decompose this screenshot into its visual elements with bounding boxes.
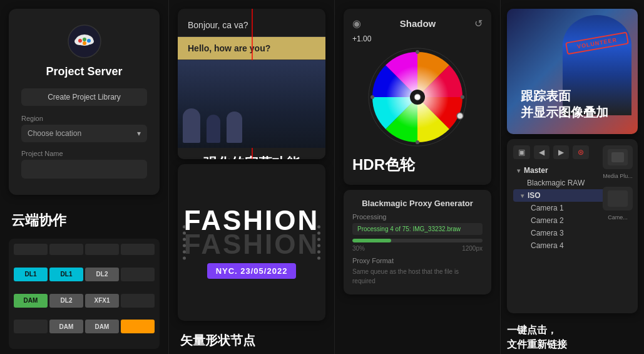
volunteer-line2: 并显示图像叠加 bbox=[521, 105, 608, 119]
proxy-res: 1200px bbox=[462, 245, 483, 252]
volunteer-panel: VOLUNTEER 跟踪表面 并显示图像叠加 bbox=[507, 9, 638, 134]
track-xfx1: XFX1 bbox=[85, 294, 119, 308]
track-dam-green: DAM bbox=[14, 294, 48, 308]
column-1: Project Server Create Project Library Re… bbox=[0, 0, 169, 354]
prev-button[interactable]: ◀ bbox=[534, 145, 549, 159]
media-plugin-label: Media Plu... bbox=[603, 173, 633, 179]
svg-point-7 bbox=[83, 41, 86, 45]
hdr-panel: ◉ Shadow ↺ +1.00 bbox=[344, 9, 491, 185]
shadow-title: Shadow bbox=[361, 18, 474, 29]
svg-point-6 bbox=[87, 39, 91, 43]
track-dl1-cyan2: DL1 bbox=[49, 268, 83, 281]
svg-point-14 bbox=[461, 95, 464, 99]
iso-label: ISO bbox=[528, 191, 541, 200]
fashion-date-tag: NYC. 23/05/2022 bbox=[207, 263, 297, 279]
camera2-label: Camera 2 bbox=[531, 216, 564, 225]
tree-item-camera3[interactable]: Camera 3 bbox=[513, 227, 631, 239]
track-dam-b: DAM bbox=[49, 320, 83, 333]
target-button[interactable]: ⊛ bbox=[573, 145, 589, 159]
region-dropdown[interactable]: Choose location ▾ bbox=[21, 125, 147, 142]
subtitle-panel: Bonjour, ca va? Hello, how are you? 强化的字… bbox=[178, 9, 325, 159]
vector-dots-right bbox=[317, 226, 320, 260]
track-orange bbox=[121, 320, 155, 333]
proxy-pct: 30% bbox=[352, 245, 365, 252]
vector-shape-label: 矢量形状节点 bbox=[169, 326, 334, 354]
davinci-logo-icon bbox=[67, 24, 102, 59]
blackmagic-raw-label: Blackmagic RAW bbox=[527, 179, 585, 187]
track-dam-c: DAM bbox=[85, 320, 119, 333]
master-label: Master bbox=[524, 166, 548, 175]
track-cell bbox=[14, 320, 48, 333]
proxy-format-value: Same queue as the host that the file is … bbox=[352, 267, 483, 286]
color-wheel-svg bbox=[367, 47, 468, 147]
subtitle-video-preview bbox=[178, 60, 325, 148]
hdr-color-label: HDR色轮 bbox=[352, 151, 415, 176]
camera3-label: Camera 3 bbox=[531, 229, 564, 237]
chevron-down-icon: ▾ bbox=[137, 129, 141, 138]
column-3: ◉ Shadow ↺ +1.00 bbox=[335, 0, 501, 354]
column-4: VOLUNTEER 跟踪表面 并显示图像叠加 ▣ ◀ ▶ ⊛ ISO ▾ Mas… bbox=[501, 0, 644, 354]
proxy-progress-bar bbox=[352, 239, 483, 242]
proxy-format-label: Proxy Format bbox=[352, 257, 483, 264]
proxy-generator-panel: Blackmagic Proxy Generator Processing Pr… bbox=[344, 190, 491, 294]
hdr-header: ◉ Shadow ↺ bbox=[352, 18, 483, 29]
media-iso-panel: ▣ ◀ ▶ ⊛ ISO ▾ Master Blackmagic RAW ▾ IS… bbox=[507, 139, 638, 313]
track-cell bbox=[121, 294, 155, 308]
track-cell bbox=[121, 268, 155, 281]
track-dl2-b: DL2 bbox=[49, 294, 83, 308]
track-cell bbox=[14, 244, 48, 255]
relink-line2: 文件重新链接 bbox=[507, 339, 567, 350]
volunteer-line1: 跟踪表面 bbox=[521, 89, 571, 103]
svg-point-15 bbox=[416, 140, 419, 144]
next-button[interactable]: ▶ bbox=[553, 145, 569, 159]
svg-point-5 bbox=[83, 38, 86, 41]
hdr-eye-icon: ◉ bbox=[352, 18, 361, 29]
svg-point-16 bbox=[371, 95, 374, 99]
expand-icon: ▾ bbox=[517, 167, 520, 174]
fashion-ghost-text: FASHION bbox=[184, 231, 320, 258]
svg-point-17 bbox=[414, 94, 421, 100]
track-cell bbox=[121, 244, 155, 255]
track-cell bbox=[85, 244, 119, 255]
expand-icon-iso: ▾ bbox=[521, 192, 524, 199]
svg-point-18 bbox=[457, 113, 463, 119]
volunteer-text: 跟踪表面 并显示图像叠加 bbox=[513, 88, 631, 128]
processing-label: Processing bbox=[352, 213, 483, 221]
project-name-label: Project Name bbox=[21, 150, 63, 157]
camera1-label: Camera 1 bbox=[531, 204, 564, 212]
camera4-label: Camera 4 bbox=[531, 241, 564, 250]
region-placeholder: Choose location bbox=[28, 129, 81, 138]
hdr-value: +1.00 bbox=[352, 34, 371, 43]
svg-point-13 bbox=[416, 50, 419, 54]
create-project-library-button[interactable]: Create Project Library bbox=[21, 88, 147, 106]
camera-thumb-label: Came... bbox=[608, 214, 628, 221]
track-dl2: DL2 bbox=[85, 268, 119, 281]
proxy-meta: 30% 1200px bbox=[352, 245, 483, 252]
vector-dots-left bbox=[183, 226, 186, 260]
proxy-title: Blackmagic Proxy Generator bbox=[352, 199, 483, 208]
project-server-panel: Project Server Create Project Library Re… bbox=[9, 9, 160, 195]
color-wheel[interactable] bbox=[367, 47, 468, 147]
relink-label: 一键点击， 文件重新链接 bbox=[501, 318, 644, 354]
project-name-input[interactable] bbox=[21, 160, 147, 179]
proxy-progress-fill bbox=[352, 239, 391, 242]
track-cell bbox=[49, 244, 83, 255]
hdr-reset-icon[interactable]: ↺ bbox=[474, 18, 483, 29]
svg-point-4 bbox=[78, 39, 82, 43]
column-2: Bonjour, ca va? Hello, how are you? 强化的字… bbox=[169, 0, 335, 354]
fashion-panel: FASHION FASHION NYC. 23/05/2022 bbox=[178, 164, 325, 321]
relink-line1: 一键点击， bbox=[507, 325, 557, 335]
timeline-tracks-panel: DL1 DL1 DL2 DAM DL2 XFX1 DAM DAM bbox=[9, 239, 160, 349]
video-inner bbox=[178, 60, 325, 148]
tree-item-camera4[interactable]: Camera 4 bbox=[513, 239, 631, 252]
proxy-file-info: Processing 4 of 75: IMG_33232.braw bbox=[352, 223, 483, 235]
panel-layout-button[interactable]: ▣ bbox=[513, 145, 530, 159]
cloud-collab-label: 云端协作 bbox=[0, 200, 168, 236]
track-dl1-cyan: DL1 bbox=[14, 268, 48, 281]
project-server-title: Project Server bbox=[46, 65, 122, 78]
region-label: Region bbox=[21, 115, 43, 122]
